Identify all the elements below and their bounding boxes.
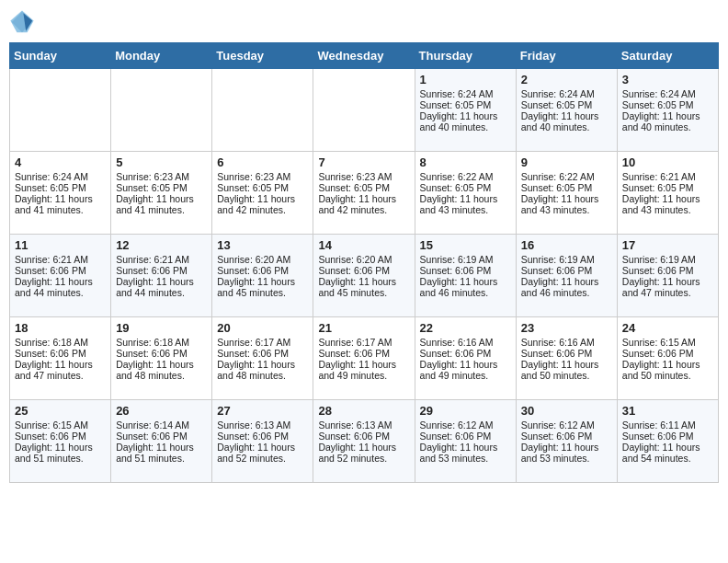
day-info: Sunset: 6:06 PM — [217, 265, 308, 276]
day-info: Daylight: 11 hours and 41 minutes. — [15, 193, 106, 215]
day-number: 30 — [521, 404, 612, 418]
day-info: Sunrise: 6:20 AM — [318, 254, 409, 265]
day-number: 12 — [116, 238, 207, 252]
day-info: Daylight: 11 hours and 51 minutes. — [15, 442, 106, 464]
day-info: Sunset: 6:05 PM — [217, 182, 308, 193]
day-info: Sunrise: 6:14 AM — [116, 419, 207, 431]
day-info: Sunset: 6:06 PM — [420, 348, 511, 359]
day-number: 20 — [217, 321, 308, 335]
day-info: Daylight: 11 hours and 45 minutes. — [217, 276, 308, 298]
calendar-cell: 28Sunrise: 6:13 AMSunset: 6:06 PMDayligh… — [313, 400, 415, 483]
calendar-cell: 2Sunrise: 6:24 AMSunset: 6:05 PMDaylight… — [516, 69, 617, 152]
day-info: Sunset: 6:06 PM — [420, 431, 511, 442]
day-info: Daylight: 11 hours and 54 minutes. — [622, 442, 713, 464]
day-info: Daylight: 11 hours and 49 minutes. — [420, 359, 511, 381]
calendar-cell: 23Sunrise: 6:16 AMSunset: 6:06 PMDayligh… — [516, 317, 617, 400]
day-info: Sunset: 6:06 PM — [217, 431, 308, 442]
day-info: Daylight: 11 hours and 40 minutes. — [420, 110, 511, 132]
day-info: Sunrise: 6:21 AM — [116, 254, 207, 265]
calendar-cell: 3Sunrise: 6:24 AMSunset: 6:05 PMDaylight… — [617, 69, 718, 152]
day-number: 15 — [420, 238, 511, 252]
day-number: 22 — [420, 321, 511, 335]
day-number: 14 — [318, 238, 409, 252]
day-number: 23 — [521, 321, 612, 335]
day-info: Sunset: 6:06 PM — [622, 348, 713, 359]
day-info: Sunset: 6:06 PM — [318, 348, 409, 359]
day-info: Sunrise: 6:19 AM — [420, 254, 511, 265]
column-header-wednesday: Wednesday — [313, 43, 415, 69]
day-number: 13 — [217, 238, 308, 252]
day-info: Sunset: 6:06 PM — [15, 431, 106, 442]
day-number: 24 — [622, 321, 713, 335]
calendar-cell: 31Sunrise: 6:11 AMSunset: 6:06 PMDayligh… — [617, 400, 718, 483]
calendar-cell: 30Sunrise: 6:12 AMSunset: 6:06 PMDayligh… — [516, 400, 617, 483]
calendar-cell: 1Sunrise: 6:24 AMSunset: 6:05 PMDaylight… — [415, 69, 516, 152]
calendar-week-row: 11Sunrise: 6:21 AMSunset: 6:06 PMDayligh… — [10, 235, 719, 317]
day-info: Sunrise: 6:19 AM — [521, 254, 612, 265]
day-info: Daylight: 11 hours and 51 minutes. — [116, 442, 207, 464]
day-info: Sunset: 6:06 PM — [521, 265, 612, 276]
day-info: Daylight: 11 hours and 48 minutes. — [217, 359, 308, 381]
day-info: Daylight: 11 hours and 53 minutes. — [420, 442, 511, 464]
day-info: Daylight: 11 hours and 50 minutes. — [622, 359, 713, 381]
calendar-cell: 4Sunrise: 6:24 AMSunset: 6:05 PMDaylight… — [10, 152, 111, 235]
day-info: Sunset: 6:06 PM — [521, 348, 612, 359]
day-info: Daylight: 11 hours and 44 minutes. — [116, 276, 207, 298]
calendar-header-row: SundayMondayTuesdayWednesdayThursdayFrid… — [10, 43, 719, 69]
day-number: 9 — [521, 155, 612, 169]
calendar-cell: 15Sunrise: 6:19 AMSunset: 6:06 PMDayligh… — [415, 235, 516, 317]
calendar-cell: 12Sunrise: 6:21 AMSunset: 6:06 PMDayligh… — [111, 235, 212, 317]
day-number: 29 — [420, 404, 511, 418]
column-header-monday: Monday — [111, 43, 212, 69]
day-info: Sunrise: 6:13 AM — [318, 419, 409, 431]
day-info: Sunset: 6:05 PM — [15, 182, 106, 193]
calendar-cell: 9Sunrise: 6:22 AMSunset: 6:05 PMDaylight… — [516, 152, 617, 235]
day-info: Sunrise: 6:19 AM — [622, 254, 713, 265]
day-number: 5 — [116, 155, 207, 169]
day-info: Sunrise: 6:13 AM — [217, 419, 308, 431]
day-info: Sunrise: 6:15 AM — [622, 337, 713, 348]
calendar-cell: 17Sunrise: 6:19 AMSunset: 6:06 PMDayligh… — [617, 235, 718, 317]
day-info: Daylight: 11 hours and 50 minutes. — [521, 359, 612, 381]
day-info: Sunset: 6:05 PM — [622, 99, 713, 110]
day-info: Sunset: 6:06 PM — [15, 265, 106, 276]
day-number: 18 — [15, 321, 106, 335]
column-header-sunday: Sunday — [10, 43, 111, 69]
day-number: 26 — [116, 404, 207, 418]
calendar-cell — [111, 69, 212, 152]
day-number: 11 — [15, 238, 106, 252]
day-info: Sunset: 6:05 PM — [521, 182, 612, 193]
day-info: Sunset: 6:06 PM — [420, 265, 511, 276]
calendar-cell: 7Sunrise: 6:23 AMSunset: 6:05 PMDaylight… — [313, 152, 415, 235]
calendar-cell: 25Sunrise: 6:15 AMSunset: 6:06 PMDayligh… — [10, 400, 111, 483]
logo — [9, 9, 39, 35]
day-info: Sunset: 6:05 PM — [420, 182, 511, 193]
day-info: Sunrise: 6:17 AM — [217, 337, 308, 348]
calendar-cell: 11Sunrise: 6:21 AMSunset: 6:06 PMDayligh… — [10, 235, 111, 317]
day-info: Daylight: 11 hours and 43 minutes. — [420, 193, 511, 215]
calendar-cell: 5Sunrise: 6:23 AMSunset: 6:05 PMDaylight… — [111, 152, 212, 235]
day-info: Sunrise: 6:23 AM — [116, 171, 207, 182]
calendar-week-row: 25Sunrise: 6:15 AMSunset: 6:06 PMDayligh… — [10, 400, 719, 483]
day-info: Sunrise: 6:18 AM — [15, 337, 106, 348]
day-info: Sunset: 6:05 PM — [116, 182, 207, 193]
column-header-tuesday: Tuesday — [212, 43, 313, 69]
day-info: Sunset: 6:06 PM — [318, 265, 409, 276]
day-info: Sunrise: 6:23 AM — [318, 171, 409, 182]
day-info: Daylight: 11 hours and 46 minutes. — [420, 276, 511, 298]
day-number: 21 — [318, 321, 409, 335]
day-info: Sunrise: 6:15 AM — [15, 419, 106, 431]
day-number: 31 — [622, 404, 713, 418]
day-info: Sunrise: 6:22 AM — [420, 171, 511, 182]
calendar-cell: 21Sunrise: 6:17 AMSunset: 6:06 PMDayligh… — [313, 317, 415, 400]
day-info: Daylight: 11 hours and 45 minutes. — [318, 276, 409, 298]
day-info: Sunset: 6:06 PM — [521, 431, 612, 442]
day-number: 17 — [622, 238, 713, 252]
day-info: Sunset: 6:06 PM — [622, 431, 713, 442]
day-number: 10 — [622, 155, 713, 169]
day-info: Sunrise: 6:12 AM — [521, 419, 612, 431]
calendar-cell: 20Sunrise: 6:17 AMSunset: 6:06 PMDayligh… — [212, 317, 313, 400]
calendar-cell: 14Sunrise: 6:20 AMSunset: 6:06 PMDayligh… — [313, 235, 415, 317]
day-info: Daylight: 11 hours and 42 minutes. — [217, 193, 308, 215]
day-info: Sunrise: 6:16 AM — [420, 337, 511, 348]
